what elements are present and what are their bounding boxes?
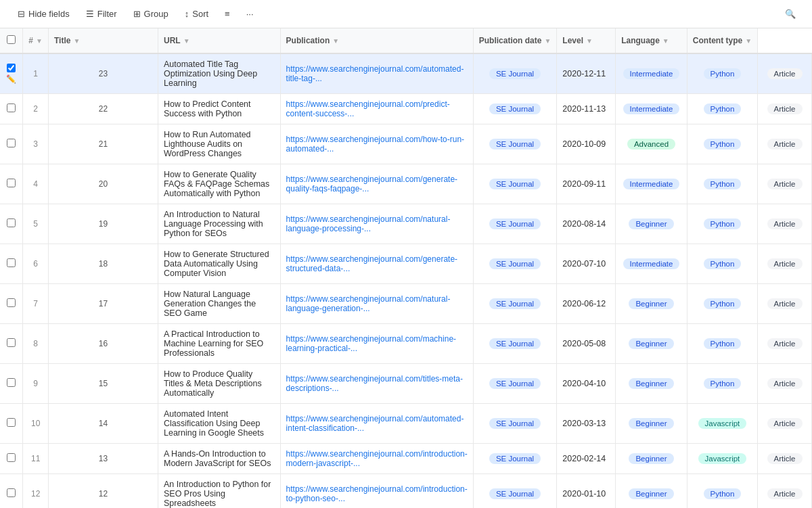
table-row: 2 22 How to Predict Content Success with… <box>0 94 812 124</box>
row-language: Python <box>687 53 757 94</box>
header-url-col[interactable]: URL ▼ <box>158 28 280 53</box>
row-pub-date: 2020-03-13 <box>557 404 616 444</box>
level-badge: Beginner <box>629 418 673 429</box>
row-url-link[interactable]: https://www.searchenginejournal.com/gene… <box>286 175 457 193</box>
row-url-link[interactable]: https://www.searchenginejournal.com/mach… <box>286 334 456 353</box>
row-url-cell: https://www.searchenginejournal.com/gene… <box>280 244 473 284</box>
hide-fields-button[interactable]: ⊟ Hide fields <box>11 5 76 22</box>
header-level-col[interactable]: Level ▼ <box>557 28 616 53</box>
row-url-link[interactable]: https://www.searchenginejournal.com/auto… <box>286 414 464 433</box>
more-button[interactable]: ··· <box>240 5 261 22</box>
language-badge: Python <box>704 179 742 189</box>
row-pub-date: 2020-02-14 <box>557 444 616 474</box>
row-url-link[interactable]: https://www.searchenginejournal.com/intr… <box>286 449 468 468</box>
more-icon: ··· <box>246 9 254 19</box>
table-row: 3 21 How to Run Automated Lighthouse Aud… <box>0 124 812 164</box>
publication-badge: SE Journal <box>489 418 541 429</box>
language-badge: Python <box>704 338 742 349</box>
row-index: 5 <box>23 204 49 244</box>
row-url-cell: https://www.searchenginejournal.com/auto… <box>280 404 473 444</box>
row-language: Javascript <box>687 444 757 474</box>
publication-badge: SE Journal <box>489 453 541 464</box>
publication-badge: SE Journal <box>489 68 541 79</box>
row-url-cell: https://www.searchenginejournal.com/mach… <box>280 324 473 364</box>
row-pub-date: 2020-08-14 <box>557 204 616 244</box>
level-badge: Intermediate <box>623 103 680 114</box>
row-pub-date: 2020-01-10 <box>557 474 616 509</box>
level-badge: Intermediate <box>623 258 680 269</box>
row-hash: 22 <box>48 94 158 124</box>
row-content-type: Article <box>758 444 812 474</box>
row-url-cell: https://www.searchenginejournal.com/titl… <box>280 364 473 404</box>
row-checkbox[interactable] <box>7 418 16 427</box>
table-row: 7 17 How Natural Language Generation Cha… <box>0 284 812 324</box>
row-level: Intermediate <box>616 244 687 284</box>
row-url-link[interactable]: https://www.searchenginejournal.com/auto… <box>286 64 464 83</box>
row-title: How to Generate Quality FAQs & FAQPage S… <box>158 164 280 204</box>
row-checkbox[interactable] <box>7 488 16 497</box>
row-publication: SE Journal <box>473 204 557 244</box>
row-title: How to Produce Quality Titles & Meta Des… <box>158 364 280 404</box>
row-checkbox[interactable] <box>7 338 16 347</box>
sort-label: Sort <box>192 9 208 19</box>
row-index: 10 <box>23 404 49 444</box>
hash-symbol: # <box>28 36 33 45</box>
row-url-cell: https://www.searchenginejournal.com/intr… <box>280 474 473 509</box>
header-language-col[interactable]: Language ▼ <box>616 28 687 53</box>
title-sort-icon: ▼ <box>73 37 80 45</box>
row-content-type: Article <box>758 124 812 164</box>
row-publication: SE Journal <box>473 284 557 324</box>
row-checkbox[interactable] <box>7 103 16 112</box>
row-height-icon: ≡ <box>225 9 230 19</box>
row-checkbox[interactable] <box>7 179 16 187</box>
row-hash: 20 <box>48 164 158 204</box>
content-type-badge: Article <box>767 258 803 269</box>
row-url-link[interactable]: https://www.searchenginejournal.com/how-… <box>286 135 464 154</box>
edit-icon[interactable]: ✏️ <box>6 74 16 84</box>
level-badge: Intermediate <box>623 179 680 189</box>
header-num-col[interactable]: # ▼ <box>23 28 49 53</box>
row-url-link[interactable]: https://www.searchenginejournal.com/titl… <box>286 374 463 393</box>
language-badge: Python <box>704 258 742 269</box>
header-checkbox-col <box>0 28 23 53</box>
header-title-col[interactable]: Title ▼ <box>48 28 158 53</box>
row-language: Javascript <box>687 404 757 444</box>
row-checkbox[interactable] <box>7 378 16 387</box>
row-url-link[interactable]: https://www.searchenginejournal.com/natu… <box>286 294 451 313</box>
row-title: A Practical Introduction to Machine Lear… <box>158 324 280 364</box>
level-sort-icon: ▼ <box>586 37 593 45</box>
sort-button[interactable]: ↕ Sort <box>178 5 215 22</box>
content-type-badge: Article <box>767 378 803 389</box>
row-height-button[interactable]: ≡ <box>218 5 237 22</box>
row-checkbox-cell <box>0 94 23 124</box>
filter-icon: ☰ <box>86 9 94 19</box>
group-button[interactable]: ⊞ Group <box>127 5 175 22</box>
row-checkbox[interactable] <box>7 258 16 267</box>
header-publication-col[interactable]: Publication ▼ <box>280 28 473 53</box>
row-content-type: Article <box>758 404 812 444</box>
row-index: 1 <box>23 53 49 94</box>
row-publication: SE Journal <box>473 124 557 164</box>
row-hash: 14 <box>48 404 158 444</box>
select-all-checkbox[interactable] <box>7 35 16 44</box>
row-url-link[interactable]: https://www.searchenginejournal.com/gene… <box>286 254 457 273</box>
header-pubdate-col[interactable]: Publication date ▼ <box>473 28 557 53</box>
row-url-link[interactable]: https://www.searchenginejournal.com/pred… <box>286 99 450 118</box>
row-hash: 18 <box>48 244 158 284</box>
row-checkbox[interactable] <box>7 453 16 462</box>
row-checkbox[interactable] <box>7 298 16 307</box>
row-url-link[interactable]: https://www.searchenginejournal.com/intr… <box>286 484 468 503</box>
search-button[interactable]: 🔍 <box>780 5 801 22</box>
filter-button[interactable]: ☰ Filter <box>79 5 124 22</box>
row-checkbox[interactable] <box>7 64 16 72</box>
table-row: 8 16 A Practical Introduction to Machine… <box>0 324 812 364</box>
publication-badge: SE Journal <box>489 378 541 389</box>
row-checkbox[interactable] <box>7 139 16 147</box>
row-url-link[interactable]: https://www.searchenginejournal.com/natu… <box>286 214 451 233</box>
row-publication: SE Journal <box>473 53 557 94</box>
header-contenttype-col[interactable]: Content type ▼ <box>687 28 757 53</box>
row-title: How to Generate Structured Data Automati… <box>158 244 280 284</box>
level-badge: Beginner <box>629 488 673 499</box>
type-sort-icon: ▼ <box>745 37 752 45</box>
row-checkbox[interactable] <box>7 218 16 227</box>
